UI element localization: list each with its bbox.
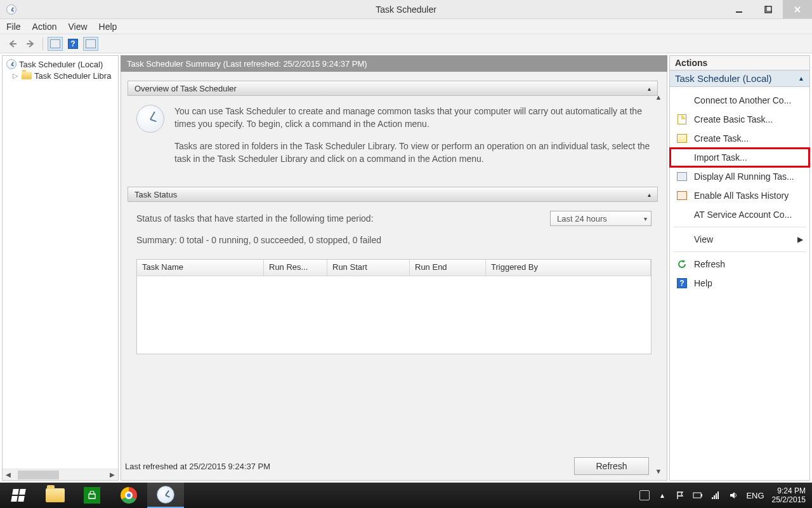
action-create-basic-task[interactable]: Create Basic Task...: [670, 110, 809, 129]
overview-title: Overview of Task Scheduler: [134, 84, 237, 93]
taskbar-file-explorer[interactable]: [37, 483, 74, 508]
action-view-submenu[interactable]: View ▶: [670, 230, 809, 249]
svg-rect-7: [712, 497, 713, 499]
center-pane: Task Scheduler Summary (Last refreshed: …: [121, 55, 667, 481]
network-icon[interactable]: [710, 490, 721, 500]
show-hide-actions-button[interactable]: [83, 37, 98, 51]
collapse-icon[interactable]: ▴: [648, 85, 651, 92]
taskbar-task-scheduler[interactable]: [147, 483, 184, 508]
svg-rect-5: [693, 493, 701, 498]
menu-file[interactable]: File: [6, 22, 21, 32]
scroll-right-icon[interactable]: ►: [107, 470, 118, 479]
tray-date: 25/2/2015: [772, 495, 806, 504]
system-tray: ▴ ENG 9:24 PM 25/2/2015: [639, 486, 812, 505]
col-run-end[interactable]: Run End: [410, 260, 486, 276]
windows-taskbar: ▴ ENG 9:24 PM 25/2/2015: [0, 483, 812, 508]
collapse-icon[interactable]: ▲: [798, 75, 804, 82]
task-status-panel: Task Status ▴ Status of tasks that have …: [128, 187, 658, 361]
action-create-task[interactable]: Create Task...: [670, 129, 809, 148]
battery-icon[interactable]: [693, 490, 703, 500]
svg-rect-9: [716, 493, 717, 499]
expand-icon[interactable]: ▷: [13, 72, 19, 80]
nav-back-button[interactable]: [5, 37, 20, 51]
action-label: Refresh: [694, 259, 725, 269]
navigation-tree: Task Scheduler (Local) ▷ Task Scheduler …: [2, 55, 119, 481]
task-icon: [676, 114, 688, 125]
tray-clock[interactable]: 9:24 PM 25/2/2015: [772, 486, 806, 505]
menu-view[interactable]: View: [68, 22, 87, 32]
status-summary-line: Summary: 0 total - 0 running, 0 succeede…: [136, 235, 652, 245]
col-task-name[interactable]: Task Name: [137, 260, 264, 276]
tree-root-label: Task Scheduler (Local): [19, 60, 103, 69]
nav-forward-button[interactable]: [23, 37, 38, 51]
col-run-start[interactable]: Run Start: [327, 260, 410, 276]
keyboard-icon[interactable]: [639, 490, 650, 500]
tray-language[interactable]: ENG: [746, 491, 764, 500]
action-connect-computer[interactable]: Connect to Another Co...: [670, 91, 809, 110]
blank-icon: [676, 152, 688, 163]
overview-panel-header[interactable]: Overview of Task Scheduler ▴: [128, 81, 658, 96]
svg-rect-8: [714, 495, 715, 499]
tree-horizontal-scrollbar[interactable]: ◄ ►: [3, 469, 118, 480]
svg-rect-6: [701, 494, 702, 497]
flag-icon[interactable]: [675, 490, 685, 500]
tray-time: 9:24 PM: [772, 486, 806, 495]
chrome-icon: [121, 487, 137, 504]
col-run-result[interactable]: Run Res...: [264, 260, 327, 276]
scroll-thumb[interactable]: [18, 471, 59, 479]
action-refresh[interactable]: Refresh: [670, 255, 809, 274]
actions-title: Actions: [669, 55, 810, 70]
action-label: Import Task...: [694, 152, 747, 163]
overview-paragraph-1: You can use Task Scheduler to create and…: [174, 105, 652, 131]
close-button[interactable]: [783, 0, 812, 18]
maximize-button[interactable]: [754, 0, 783, 18]
collapse-icon[interactable]: ▴: [648, 191, 651, 198]
action-help[interactable]: ? Help: [670, 274, 809, 293]
chevron-down-icon: ▾: [644, 215, 647, 222]
clock-icon: [157, 486, 174, 504]
time-period-select[interactable]: Last 24 hours ▾: [550, 211, 652, 226]
task-status-header[interactable]: Task Status ▴: [128, 187, 658, 202]
show-hide-tree-button[interactable]: [48, 37, 63, 51]
show-hidden-icons[interactable]: ▴: [657, 490, 667, 500]
action-display-running[interactable]: Display All Running Tas...: [670, 167, 809, 186]
window-icon: [676, 171, 688, 182]
window-title: Task Scheduler: [0, 4, 812, 15]
action-label: Enable All Tasks History: [694, 190, 789, 201]
center-vertical-scrollbar[interactable]: ▲ ▼: [653, 93, 664, 475]
taskbar-chrome[interactable]: [110, 483, 147, 508]
action-enable-history[interactable]: Enable All Tasks History: [670, 186, 809, 205]
status-period-label: Status of tasks that have started in the…: [136, 213, 374, 224]
menu-action[interactable]: Action: [32, 22, 57, 32]
taskbar-store[interactable]: [74, 483, 110, 508]
minimize-button[interactable]: [724, 0, 754, 18]
action-label: Create Task...: [694, 133, 749, 144]
toolbar: ?: [0, 34, 812, 53]
tree-root[interactable]: Task Scheduler (Local): [6, 58, 118, 70]
toolbar-help-button[interactable]: ?: [65, 37, 81, 51]
task-status-title: Task Status: [134, 190, 177, 199]
refresh-button[interactable]: Refresh: [574, 457, 649, 475]
actions-context-header[interactable]: Task Scheduler (Local) ▲: [669, 70, 810, 87]
col-triggered-by[interactable]: Triggered By: [486, 260, 651, 276]
scroll-up-icon[interactable]: ▲: [655, 93, 662, 101]
action-label: Connect to Another Co...: [694, 95, 791, 105]
tree-library[interactable]: ▷ Task Scheduler Libra: [6, 70, 118, 81]
clock-icon: [136, 105, 164, 133]
folder-icon: [46, 488, 65, 502]
action-at-service-account[interactable]: AT Service Account Co...: [670, 205, 809, 224]
help-icon: ?: [676, 277, 688, 289]
action-import-task[interactable]: Import Task...: [670, 148, 809, 167]
start-button[interactable]: [0, 483, 37, 508]
scroll-left-icon[interactable]: ◄: [3, 470, 14, 479]
chevron-right-icon: ▶: [797, 235, 803, 244]
volume-icon[interactable]: [728, 490, 738, 500]
menu-help[interactable]: Help: [99, 22, 117, 32]
window-titlebar: Task Scheduler: [0, 0, 812, 19]
scroll-down-icon[interactable]: ▼: [655, 467, 662, 475]
panel-icon: [86, 39, 96, 48]
action-label: View: [694, 234, 713, 244]
history-icon: [676, 190, 688, 201]
help-icon: ?: [68, 39, 78, 49]
app-clock-icon: [4, 2, 19, 17]
